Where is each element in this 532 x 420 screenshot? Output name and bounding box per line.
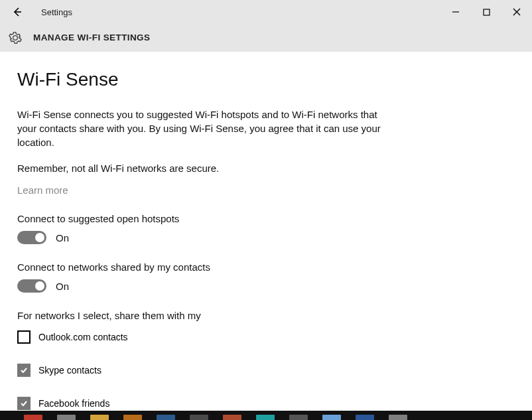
learn-more-link[interactable]: Learn more xyxy=(17,184,68,196)
checkbox-row-facebook: Facebook friends xyxy=(17,397,515,410)
close-button[interactable] xyxy=(501,0,532,24)
minimize-icon xyxy=(452,8,460,16)
minimize-button[interactable] xyxy=(440,0,471,24)
svg-rect-0 xyxy=(484,9,490,15)
checkbox-label: Facebook friends xyxy=(38,398,109,409)
close-icon xyxy=(513,8,521,16)
header-title: MANAGE WI-FI SETTINGS xyxy=(33,33,150,42)
toggle-row-contacts: On xyxy=(17,279,515,293)
taskbar-app-icon[interactable] xyxy=(389,415,407,420)
taskbar-app-icon[interactable] xyxy=(289,415,308,420)
maximize-button[interactable] xyxy=(471,0,501,24)
toggle-row-hotspots: On xyxy=(17,231,515,244)
taskbar-app-icon[interactable] xyxy=(90,415,109,420)
taskbar-app-icon[interactable] xyxy=(57,415,76,420)
checkbox-label: Skype contacts xyxy=(38,365,101,376)
toggle-hotspots[interactable] xyxy=(17,231,46,244)
taskbar-app-icon[interactable] xyxy=(356,415,374,420)
window-controls xyxy=(440,0,532,24)
taskbar-app-icon[interactable] xyxy=(223,415,241,420)
back-button[interactable] xyxy=(5,0,29,24)
page-header: MANAGE WI-FI SETTINGS xyxy=(0,24,532,52)
window-title: Settings xyxy=(41,7,72,17)
titlebar-left: Settings xyxy=(5,0,72,24)
checkbox-skype[interactable] xyxy=(17,364,31,377)
checkbox-row-outlook: Outlook.com contacts xyxy=(17,330,515,344)
gear-icon xyxy=(8,31,23,45)
titlebar: Settings xyxy=(0,0,532,24)
taskbar xyxy=(0,411,532,420)
back-arrow-icon xyxy=(12,7,23,17)
reminder-text: Remember, not all Wi-Fi networks are sec… xyxy=(17,161,389,175)
description-text: Wi-Fi Sense connects you to suggested Wi… xyxy=(17,107,389,149)
checkbox-facebook[interactable] xyxy=(17,397,31,410)
checkbox-row-skype: Skype contacts xyxy=(17,364,515,377)
setting-label: Connect to suggested open hotspots xyxy=(17,213,515,224)
maximize-icon xyxy=(483,9,490,16)
taskbar-app-icon[interactable] xyxy=(157,415,175,420)
checkmark-icon xyxy=(20,399,28,407)
taskbar-app-icon[interactable] xyxy=(24,415,42,420)
checkbox-label: Outlook.com contacts xyxy=(38,332,128,342)
toggle-contacts[interactable] xyxy=(17,279,46,293)
checkbox-outlook[interactable] xyxy=(17,330,31,344)
taskbar-app-icon[interactable] xyxy=(123,415,142,420)
taskbar-app-icon[interactable] xyxy=(190,415,208,420)
toggle-state-label: On xyxy=(56,232,69,244)
page-heading: Wi-Fi Sense xyxy=(17,69,515,90)
checkmark-icon xyxy=(20,366,28,374)
setting-label: Connect to networks shared by my contact… xyxy=(17,261,515,273)
content-area: Wi-Fi Sense Wi-Fi Sense connects you to … xyxy=(0,52,532,410)
toggle-state-label: On xyxy=(56,281,69,292)
taskbar-app-icon[interactable] xyxy=(322,415,341,420)
taskbar-app-icon[interactable] xyxy=(256,415,275,420)
share-label: For networks I select, share them with m… xyxy=(17,310,515,321)
